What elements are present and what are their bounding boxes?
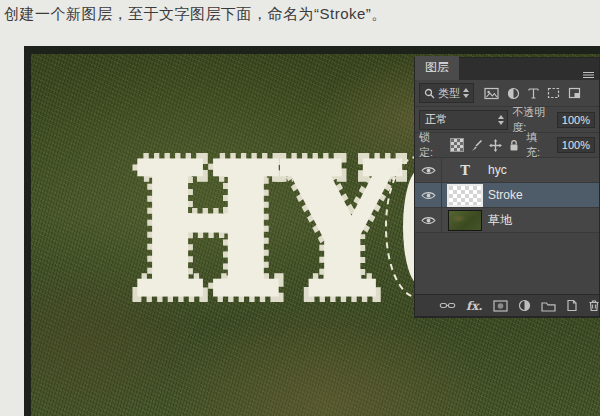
layers-panel: 图层 类型 [414,57,600,318]
adjustment-filter-icon[interactable] [507,87,520,100]
search-icon [424,88,435,99]
lock-transparency-icon[interactable] [450,138,464,152]
text-layer-thumbnail[interactable]: T [442,163,488,178]
lock-row: 锁定: 填充: 100% [415,133,599,158]
instruction-text: 创建一个新图层，至于文字图层下面，命名为“Stroke”。 [4,5,596,24]
shape-filter-icon[interactable] [547,87,560,99]
delete-layer-icon[interactable] [588,299,600,312]
updown-arrows-icon [498,115,504,125]
panel-tab-bar: 图层 [415,58,599,80]
lock-label: 锁定: [419,130,444,160]
new-layer-icon[interactable] [566,299,578,312]
layer-filter-row: 类型 [415,80,599,107]
updown-arrows-icon [463,88,469,98]
layer-name[interactable]: hyc [488,163,507,177]
adjustment-layer-icon[interactable] [518,299,531,312]
filter-icon-buttons [484,87,581,100]
blend-mode-select[interactable]: 正常 [419,110,508,130]
eye-icon[interactable] [415,208,442,232]
image-layer-thumbnail[interactable] [442,210,488,231]
layer-mask-icon[interactable] [493,300,508,312]
transparent-layer-thumbnail[interactable] [442,184,488,207]
pixel-layer-filter-icon[interactable] [484,87,499,100]
panel-menu-icon[interactable] [582,71,595,80]
tab-layers[interactable]: 图层 [415,56,459,80]
layer-row-hyc[interactable]: T hyc [415,158,599,183]
layer-row-grass[interactable]: 草地 [415,208,599,233]
lock-pixels-icon[interactable] [470,139,483,152]
fill-label: 填充: [526,130,551,160]
layer-name[interactable]: 草地 [488,212,512,229]
layer-name[interactable]: Stroke [488,188,523,202]
panel-bottom-bar: fx. [415,294,599,316]
layer-row-stroke[interactable]: Stroke [415,183,599,208]
fx-icon[interactable]: fx. [466,300,483,312]
lock-position-icon[interactable] [489,139,502,152]
link-icon[interactable] [439,301,456,310]
opacity-value[interactable]: 100% [557,112,595,128]
layer-list-empty-area [415,233,599,294]
filter-type-label: 类型 [438,86,460,101]
smart-object-filter-icon[interactable] [568,87,581,99]
fill-value[interactable]: 100% [557,137,595,153]
canvas-letters-hy: HY [133,124,399,335]
group-icon[interactable] [541,300,556,312]
eye-icon[interactable] [415,183,442,207]
filter-type-select[interactable]: 类型 [419,83,474,103]
lock-all-icon[interactable] [508,139,520,152]
eye-icon[interactable] [415,158,442,182]
type-filter-icon[interactable] [528,87,539,99]
blend-mode-value: 正常 [425,112,447,127]
